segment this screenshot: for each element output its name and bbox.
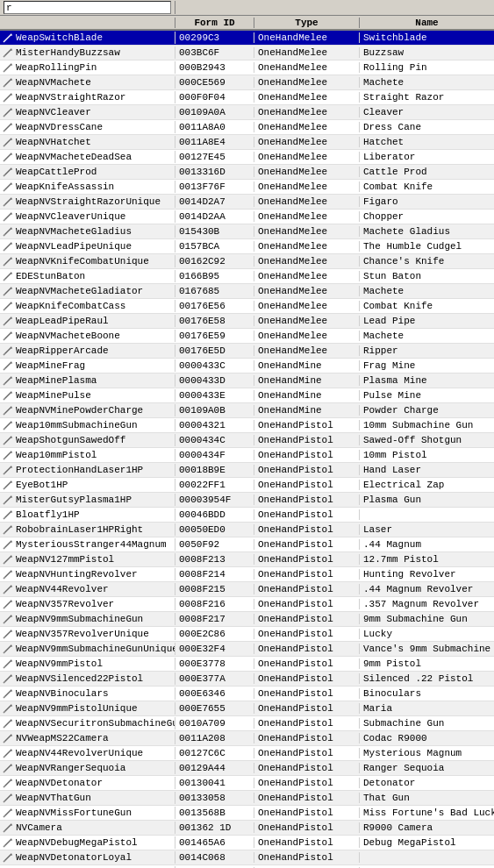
row-id: RobobrainLaser1HPRight	[0, 523, 175, 536]
row-name: Detonator	[360, 778, 494, 788]
svg-line-47	[4, 264, 5, 266]
col3-header[interactable]: Type	[254, 18, 360, 28]
table-row[interactable]: WeapNVDetonatorLoyal 0014C068 OneHandPis…	[0, 850, 494, 865]
table-row[interactable]: WeapShotgunSawedOff 0000434C OneHandPist…	[0, 433, 494, 448]
table-row[interactable]: WeapMinePlasma 0000433D OneHandMine Plas…	[0, 374, 494, 388]
table-row[interactable]: MisterGutsyPlasma1HP 00003954F OneHandPi…	[0, 493, 494, 508]
table-row[interactable]: WeapNVHuntingRevolver 0008F214 OneHandPi…	[0, 567, 494, 582]
table-row[interactable]: WeapNVSilenced22Pistol 000E377A OneHandP…	[0, 672, 494, 687]
table-row[interactable]: WeapMineFrag 0000433C OneHandMine Frag M…	[0, 359, 494, 374]
row-name: Ripper	[360, 345, 494, 356]
table-row[interactable]: WeapNVBinoculars 000E6346 OneHandPistol …	[0, 687, 494, 701]
table-row[interactable]: WeapNV9mmPistol 000E3778 OneHandPistol 9…	[0, 657, 494, 672]
row-name: Chopper	[360, 211, 494, 222]
table-row[interactable]: Weap10mmPistol 0000434F OneHandPistol 10…	[0, 448, 494, 463]
row-formid: 000B2943	[175, 62, 254, 73]
table-row[interactable]: EDEStunBaton 0166B95 OneHandMelee Stun B…	[0, 269, 494, 284]
row-type: OneHandMelee	[254, 345, 360, 356]
row-type: OneHandPistol	[254, 837, 360, 848]
table-row[interactable]: WeapNV44RevolverUnique 00127C6C OneHandP…	[0, 746, 494, 761]
svg-line-71	[4, 383, 5, 385]
weapon-icon	[2, 583, 14, 595]
table-row[interactable]: WeapNVMissFortuneGun 0013568B OneHandPis…	[0, 806, 494, 821]
table-row[interactable]: WeapKnifeCombatCass 00176E56 OneHandMele…	[0, 299, 494, 314]
svg-line-161	[4, 830, 5, 832]
table-row[interactable]: WeapNVMachete 000CE569 OneHandMelee Mach…	[0, 75, 494, 90]
row-id: MysteriousStranger44Magnum	[0, 538, 175, 551]
table-row[interactable]: WeapNVRangerSequoia 00129A44 OneHandPist…	[0, 761, 494, 776]
table-row[interactable]: WeapRipperArcade 00176E5D OneHandMelee R…	[0, 344, 494, 359]
table-row[interactable]: WeapNVStraightRazorUnique 0014D2A7 OneHa…	[0, 195, 494, 210]
table-row[interactable]: WeapKnifeAssassin 0013F76F OneHandMelee …	[0, 180, 494, 195]
row-type: OneHandPistol	[254, 852, 360, 863]
table-row[interactable]: WeapNVKnifeCombatUnique 00162C92 OneHand…	[0, 254, 494, 269]
table-row[interactable]: WeapNVMacheteBoone 00176E59 OneHandMelee…	[0, 329, 494, 344]
table-row[interactable]: WeapNV357RevolverUnique 000E2C86 OneHand…	[0, 627, 494, 642]
table-row[interactable]: WeapNVDressCane 0011A8A0 OneHandMelee Dr…	[0, 120, 494, 135]
weapon-icon	[2, 181, 14, 193]
svg-line-164	[4, 845, 5, 847]
table-row[interactable]: EyeBot1HP 00022FF1 OneHandPistol Electri…	[0, 478, 494, 493]
table-row[interactable]: WeapNVSecuritronSubmachineGun 0010A709 O…	[0, 716, 494, 731]
filter-input[interactable]	[4, 1, 171, 14]
table-row[interactable]: WeapNVMacheteGladius 015430B OneHandMele…	[0, 224, 494, 239]
row-formid: 0008F213	[175, 554, 254, 565]
table-row[interactable]: WeapSwitchBlade 00299C3 OneHandMelee Swi…	[0, 31, 494, 46]
svg-line-143	[4, 741, 5, 743]
table-row[interactable]: WeapNV9mmPistolUnique 000E7655 OneHandPi…	[0, 701, 494, 716]
row-type: OneHandMelee	[254, 271, 360, 281]
table-row[interactable]: MysteriousStranger44Magnum 0050F92 OneHa…	[0, 537, 494, 552]
row-name: Debug MegaPistol	[360, 837, 494, 848]
svg-line-98	[4, 517, 5, 519]
table-row[interactable]: WeapNV9mmSubmachineGunUnique 000E32F4 On…	[0, 642, 494, 657]
col4-header[interactable]: Name	[360, 18, 494, 28]
table-row[interactable]: ProtectionHandLaser1HP 00018B9E OneHandP…	[0, 463, 494, 478]
row-type: OneHandPistol	[254, 718, 360, 729]
table-row[interactable]: WeapNV127mmPistol 0008F213 OneHandPistol…	[0, 552, 494, 567]
table-row[interactable]: WeapNVHatchet 0011A8E4 OneHandMelee Hatc…	[0, 135, 494, 150]
table-row[interactable]: WeapNV44Revolver 0008F215 OneHandPistol …	[0, 582, 494, 597]
svg-line-131	[4, 681, 5, 683]
table-row[interactable]: WeapNVDebugMegaPistol 001465A6 OneHandPi…	[0, 836, 494, 850]
row-name: Cleaver	[360, 107, 494, 117]
table-row[interactable]: WeapLeadPipeRaul 00176E58 OneHandMelee L…	[0, 314, 494, 329]
row-type: OneHandMelee	[254, 77, 360, 88]
row-id: MisterGutsyPlasma1HP	[0, 494, 175, 506]
table-row[interactable]: WeapNVLeadPipeUnique 0157BCA OneHandMele…	[0, 239, 494, 254]
row-formid: 001362 1D	[175, 822, 254, 833]
weapon-icon	[2, 404, 14, 416]
col1-header[interactable]	[0, 18, 175, 28]
table-row[interactable]: WeapNV9mmSubmachineGun 0008F217 OneHandP…	[0, 612, 494, 627]
row-name: Hunting Revolver	[360, 569, 494, 580]
table-row[interactable]: WeapNVStraightRazor 000F0F04 OneHandMele…	[0, 90, 494, 105]
row-id: WeapNVKnifeCombatUnique	[0, 255, 175, 267]
table-row[interactable]: WeapNV357Revolver 0008F216 OneHandPistol…	[0, 597, 494, 612]
table-row[interactable]: WeapNVDetonator 00130041 OneHandPistol D…	[0, 776, 494, 791]
row-id: WeapMineFrag	[0, 359, 175, 372]
table-row[interactable]: WeapNVCleaverUnique 0014D2AA OneHandMele…	[0, 210, 494, 224]
table-row[interactable]: Weap10mmSubmachineGun 00004321 OneHandPi…	[0, 418, 494, 433]
row-formid: 000E32F4	[175, 644, 254, 654]
table-row[interactable]: NVWeapMS22Camera 0011A208 OneHandPistol …	[0, 731, 494, 746]
row-name: Combat Knife	[360, 181, 494, 192]
table-row[interactable]: RobobrainLaser1HPRight 00050ED0 OneHandP…	[0, 523, 494, 537]
table-row[interactable]: MisterHandyBuzzsaw 003BC6F OneHandMelee …	[0, 46, 494, 60]
table-row[interactable]: WeapNVMacheteDeadSea 00127E45 OneHandMel…	[0, 150, 494, 165]
table-row[interactable]: WeapNVMacheteGladiator 0167685 OneHandMe…	[0, 284, 494, 299]
row-name: Plasma Gun	[360, 494, 494, 505]
table-row[interactable]: WeapNVThatGun 00133058 OneHandPistol Tha…	[0, 791, 494, 806]
row-id: WeapNVRangerSequoia	[0, 762, 175, 774]
table-row[interactable]: Bloatfly1HP 00046BDD OneHandPistol	[0, 508, 494, 523]
col2-header[interactable]: Form ID	[175, 18, 254, 28]
row-name: 12.7mm Pistol	[360, 554, 494, 565]
table-row[interactable]: WeapMinePulse 0000433E OneHandMine Pulse…	[0, 388, 494, 403]
table-row[interactable]: WeapNVCleaver 00109A0A OneHandMelee Clea…	[0, 105, 494, 120]
svg-line-149	[4, 771, 5, 772]
table-row[interactable]: WeapRollingPin 000B2943 OneHandMelee Rol…	[0, 60, 494, 75]
row-type: OneHandPistol	[254, 480, 360, 490]
table-row[interactable]: WeapCattleProd 0013316D OneHandMelee Cat…	[0, 165, 494, 180]
table-row[interactable]: WeapNVMinePowderCharge 00109A0B OneHandM…	[0, 403, 494, 418]
row-id: WeapNVSilenced22Pistol	[0, 672, 175, 685]
row-formid: 001465A6	[175, 837, 254, 848]
table-row[interactable]: NVCamera 001362 1D OneHandPistol R9000 C…	[0, 821, 494, 836]
